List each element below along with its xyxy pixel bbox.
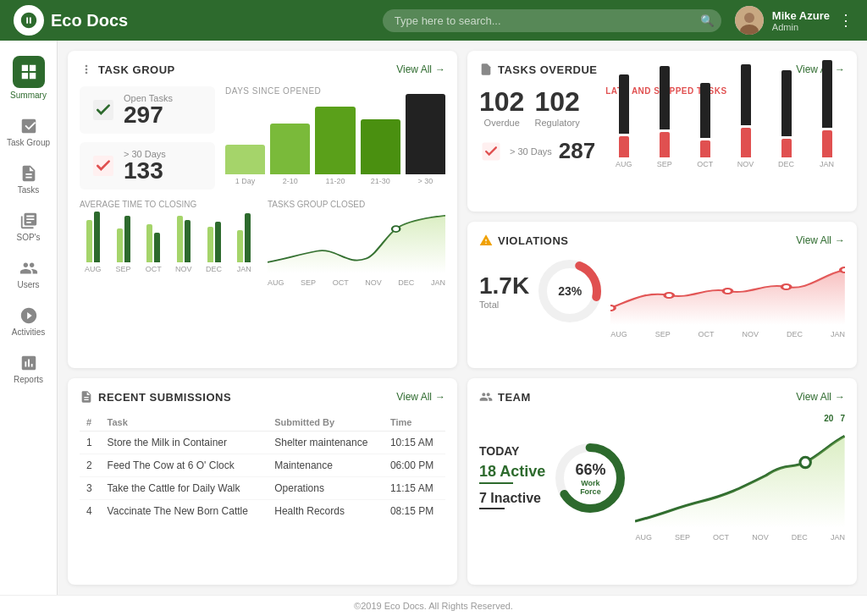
row-time: 08:15 PM [384,500,445,523]
task-group-view-all[interactable]: View All → [396,63,445,75]
recent-submissions-header: RECENT SUBMISSIONS View All → [80,390,445,404]
footer-text: ©2019 Eco Docs. All Rights Reserved. [354,601,513,611]
sidebar-item-activities[interactable]: Activities [0,298,57,345]
days-since-opened-chart: DAYS SINCE OPENED 1 Day 2-10 11-20 [225,86,445,190]
recent-submissions-title: RECENT SUBMISSIONS [80,390,231,404]
row-num: 2 [80,454,101,477]
footer: ©2019 Eco Docs. All Rights Reserved. [0,595,867,616]
violations-line-chart: AUG SEP OCT NOV DEC JAN [610,257,845,325]
bar-1day: 1 Day [225,145,265,185]
late-skipped-chart: LATE AND SKIPPED TASKS AUG [605,86,845,168]
team-chart-area: 20 7 [635,414,845,542]
overdue-30-days: > 30 Days 287 [479,138,595,164]
svg-point-10 [665,293,673,298]
svg-point-1 [744,13,754,23]
bar-21-30: 21-30 [361,119,400,185]
row-time: 11:15 AM [384,477,445,500]
active-count: 18 Active [479,463,545,481]
svg-point-13 [841,267,845,272]
row-submitted-by: Health Records [268,500,384,523]
user-area: Mike Azure Admin ⋮ [735,6,853,35]
late-bars: AUG SEP [605,101,845,168]
search-bar: 🔍 [383,9,721,32]
task-group-bottom: AVERAGE TIME TO CLOSING AUG [80,200,445,273]
task-group-header: TASK GROUP View All → [80,63,445,76]
late-bar-nov: NOV [727,64,764,168]
svg-point-9 [610,305,615,311]
search-input[interactable] [383,9,721,32]
team-view-all[interactable]: View All → [796,391,845,403]
open-tasks-stat: Open Tasks 297 [80,86,215,134]
avg-bar-jan: JAN [230,212,257,273]
late-bar-oct: OCT [687,83,723,168]
team-donut: 66% Work Force [552,440,628,516]
row-num: 4 [80,500,101,523]
more-options-icon[interactable]: ⋮ [838,11,853,30]
thirty-days-stat: > 30 Days 133 [80,142,215,190]
task-group-title: TASK GROUP [80,63,175,76]
overdue-content: 102 Overdue 102 Regulatory > 30 Days 287 [479,86,845,168]
avg-time-chart: AVERAGE TIME TO CLOSING AUG [80,200,257,273]
svg-point-16 [800,457,810,467]
top-nav: Eco Docs 🔍 Mike Azure Admin ⋮ [0,0,867,41]
sidebar-item-summary[interactable]: Summary [0,47,57,108]
sidebar-item-sops[interactable]: SOP's [0,203,57,250]
bar-2-10: 2-10 [270,124,310,185]
sidebar-item-reports[interactable]: Reports [0,345,57,393]
avg-bar-nov: NOV [170,212,197,273]
sidebar-item-users[interactable]: Users [0,250,57,298]
late-bar-jan: JAN [809,60,845,168]
sidebar-label-users: Users [17,280,39,289]
bar-30plus: > 30 [406,94,445,185]
sidebar-item-task-group[interactable]: Task Group [0,108,57,156]
sidebar-label-sops: SOP's [16,233,40,242]
avg-bar-aug: AUG [80,212,107,273]
team-today: TODAY 18 Active 7 Inactive [479,444,545,511]
bar-11-20: 11-20 [315,107,355,185]
table-row: 3 Take the Cattle for Daily Walk Operati… [80,477,445,500]
avatar [735,6,764,35]
svg-point-5 [392,226,400,232]
col-submitted-by: Submitted By [268,414,384,432]
submissions-table: # Task Submitted By Time 1 Store the Mil… [80,414,445,522]
overdue-num-row: 102 Overdue 102 Regulatory [479,86,595,128]
sidebar-label-activities: Activities [12,327,45,337]
search-button[interactable]: 🔍 [700,14,715,27]
thirty-days-value: 133 [124,159,166,183]
user-info: Mike Azure Admin [772,9,830,32]
row-submitted-by: Operations [268,477,384,500]
logo: Eco Docs [14,5,383,36]
sidebar-label-summary: Summary [10,91,47,100]
row-task: Feed The Cow at 6 O' Clock [101,454,268,477]
late-bar-sep: SEP [646,66,682,168]
tasks-closed-chart: TASKS GROUP CLOSED [268,200,445,273]
col-time: Time [384,414,445,432]
bar-chart-bars: 1 Day 2-10 11-20 21-30 [225,101,445,185]
open-tasks-value: 297 [124,103,173,127]
task-stats: Open Tasks 297 > 30 Days 133 [80,86,215,190]
sidebar: Summary Task Group Tasks SOP's Users Act… [0,41,58,595]
col-num: # [80,414,101,432]
late-bar-dec: DEC [768,70,804,168]
app-name: Eco Docs [51,11,128,30]
recent-submissions-view-all[interactable]: View All → [396,391,445,403]
team-title: TEAM [479,390,531,404]
table-row: 1 Store the Milk in Container Shelter ma… [80,432,445,454]
sidebar-item-tasks[interactable]: Tasks [0,156,57,203]
row-submitted-by: Shelter maintenance [268,432,384,454]
team-content: TODAY 18 Active 7 Inactive [479,414,845,542]
avg-bar-sep: SEP [110,212,137,273]
team-donut-text: 66% Work Force [572,460,610,495]
row-task: Vaccinate The New Born Cattle [101,500,268,523]
violations-view-all[interactable]: View All → [796,234,845,246]
sidebar-label-task-group: Task Group [7,138,50,147]
team-header: TEAM View All → [479,390,845,404]
row-time: 10:15 AM [384,432,445,454]
sidebar-label-tasks: Tasks [18,185,40,195]
col-task: Task [101,414,268,432]
violations-card: VIOLATIONS View All → 1.7K Total 23% [467,222,857,368]
row-task: Store the Milk in Container [101,432,268,454]
svg-point-11 [723,289,732,294]
overdue-stats: 102 Overdue 102 Regulatory > 30 Days 287 [479,86,595,168]
task-group-card: TASK GROUP View All → Open Tasks 297 [68,51,457,368]
